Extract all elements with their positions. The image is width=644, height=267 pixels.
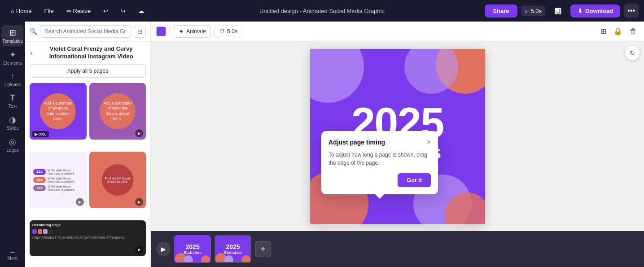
animate-icon: ✦: [179, 28, 184, 35]
chart-icon: 📊: [554, 8, 561, 14]
popup-body: To adjust how long a page is shown, drag…: [329, 151, 431, 167]
toolbar-strip: ✦ Animate ⏱ 5.0s ⊞ 🔒 🗑: [151, 22, 644, 41]
template-thumb-4[interactable]: Find the full report on our website. ▶: [89, 152, 146, 209]
sidebar-item-text[interactable]: T Text: [2, 91, 23, 111]
sidebar-item-logos[interactable]: ◎ Logos: [2, 134, 23, 155]
search-icon: 🔍: [30, 28, 37, 35]
more-icon: •••: [10, 250, 15, 255]
redo-button[interactable]: ↪: [115, 5, 131, 17]
undo-button[interactable]: ↩: [98, 5, 114, 17]
popup-footer: Got it: [329, 173, 431, 187]
got-it-button[interactable]: Got it: [398, 173, 431, 187]
timing-button[interactable]: ⏱ 5.0s: [215, 26, 242, 37]
share-button[interactable]: Share: [485, 4, 517, 18]
sidebar-item-styles[interactable]: ◑ Styles: [2, 112, 23, 133]
back-button[interactable]: ‹: [30, 48, 34, 58]
home-button[interactable]: ⌂ Home: [5, 5, 37, 17]
clock-icon: ⏱: [219, 28, 225, 35]
timing-popup: Adjust page timing × To adjust how long …: [321, 131, 438, 194]
cloud-save-button[interactable]: ☁: [133, 5, 149, 17]
download-button[interactable]: ⬇ Download: [570, 4, 620, 18]
template-name: Violet Coral Frenzy and Curvy Informatio…: [36, 45, 146, 61]
templates-panel: 🔍 ⊟ ‹ Violet Coral Frenzy and Curvy Info…: [25, 22, 151, 267]
redo-icon: ↪: [121, 8, 126, 14]
grid-icon: ⊞: [600, 27, 606, 35]
document-title: Untitled design - Animated Social Media …: [259, 8, 385, 14]
sidebar-item-elements[interactable]: ✦ Elements: [2, 47, 23, 68]
time-display: ▶ 5.0s: [521, 6, 546, 16]
animate-button[interactable]: ✦ Animate: [174, 25, 211, 38]
elements-icon: ✦: [9, 50, 16, 60]
play-icon: ▶: [161, 245, 166, 253]
lock-button[interactable]: 🔒: [612, 25, 624, 37]
thumb5-play: ▶: [135, 246, 143, 254]
position-button[interactable]: ⊞: [599, 25, 608, 37]
main-layout: ⊞ Templates ✦ Elements ↑ Uploads T Text …: [0, 22, 644, 267]
logos-icon: ◎: [9, 137, 16, 147]
undo-icon: ↩: [103, 8, 108, 14]
download-icon: ⬇: [578, 8, 583, 14]
stat-row-1: 123 Write what these numbers represent.: [33, 169, 83, 175]
canvas-workspace: 2025 Statistics THE ROMRIELL FOUNDATION …: [151, 41, 644, 231]
sidebar-icons: ⊞ Templates ✦ Elements ↑ Uploads T Text …: [0, 22, 25, 267]
tl-circles-2: [215, 253, 250, 262]
thumb3-play: ▶: [76, 198, 84, 206]
templates-search-bar: 🔍 ⊟: [25, 22, 150, 42]
template-thumb-1[interactable]: Add a summary of what the data is about …: [30, 83, 87, 140]
popup-close-button[interactable]: ×: [427, 138, 431, 146]
plus-icon: +: [260, 244, 266, 254]
refresh-icon: ↻: [630, 49, 635, 57]
text-icon: T: [10, 93, 15, 103]
topbar: ⌂ Home File ⇔ Resize ↩ ↪ ☁ Untitled desi…: [0, 0, 644, 22]
tl-circles: [175, 253, 210, 262]
timeline-page-2[interactable]: 2025 Statistics: [215, 235, 251, 263]
thumb5-swatches: [32, 229, 143, 234]
more-options-button[interactable]: •••: [624, 4, 639, 18]
template-thumb-3[interactable]: 123 Write what these numbers represent. …: [30, 152, 87, 209]
uploads-icon: ↑: [11, 72, 15, 81]
template-grid: Add a summary of what the data is about …: [25, 81, 150, 267]
stat-row-3: 345 Write what these numbers represent.: [33, 185, 83, 191]
add-page-button[interactable]: +: [255, 241, 271, 257]
file-button[interactable]: File: [39, 5, 59, 17]
sidebar-item-more[interactable]: ••• More: [2, 247, 23, 263]
popup-title: Adjust page timing: [329, 139, 385, 146]
thumb4-circle: Find the full report on our website.: [102, 164, 133, 196]
timeline-bar: ▶ 2025 Statistics 2025 Statistics: [151, 231, 644, 267]
sidebar-item-templates[interactable]: ⊞ Templates: [2, 25, 23, 46]
styles-icon: ◑: [9, 115, 16, 125]
refresh-button[interactable]: ↻: [625, 46, 640, 60]
apply-all-button[interactable]: Apply all 5 pages: [30, 64, 146, 78]
popup-arrow: [375, 194, 384, 199]
topbar-left: ⌂ Home File ⇔ Resize ↩ ↪ ☁: [5, 5, 149, 17]
thumb2-circle: Add a summary of what the data is about …: [100, 93, 136, 129]
trash-button[interactable]: 🗑: [628, 26, 639, 37]
template-thumb-2[interactable]: Add a summary of what the data is about …: [89, 83, 146, 140]
topbar-right: Share ▶ 5.0s 📊 ⬇ Download •••: [485, 4, 639, 18]
resize-button[interactable]: ⇔ Resize: [61, 5, 96, 17]
templates-icon: ⊞: [9, 28, 16, 38]
sidebar-item-uploads[interactable]: ↑ Uploads: [2, 69, 23, 90]
popup-header: Adjust page timing ×: [329, 138, 431, 146]
play-button[interactable]: ▶: [156, 242, 171, 256]
back-icon: ‹: [31, 49, 33, 57]
template-title-bar: ‹ Violet Coral Frenzy and Curvy Informat…: [25, 42, 150, 62]
toolbar-right-icons: ⊞ 🔒 🗑: [599, 25, 639, 37]
right-section: ✦ Animate ⏱ 5.0s ⊞ 🔒 🗑: [151, 22, 644, 267]
resize-icon: ⇔: [66, 8, 71, 14]
template-thumb-5[interactable]: Recoloring Page ONLY PRESENT TO SHARE YO…: [30, 220, 146, 256]
trash-icon: 🗑: [630, 27, 637, 35]
thumb1-timer: ▶ 0:00: [32, 131, 49, 137]
analytics-button[interactable]: 📊: [549, 5, 567, 17]
cloud-icon: ☁: [138, 8, 144, 14]
stat-row-2: 234 Write what these numbers represent.: [33, 177, 83, 183]
timeline-page-1[interactable]: 2025 Statistics: [174, 235, 211, 263]
divider-1: [170, 26, 170, 37]
filter-icon: ⊟: [137, 28, 142, 35]
color-picker[interactable]: [156, 26, 166, 36]
home-icon: ⌂: [11, 8, 14, 14]
filter-button[interactable]: ⊟: [134, 26, 146, 38]
lock-icon: 🔒: [613, 27, 622, 35]
search-input[interactable]: [40, 25, 131, 38]
thumb1-circle: Add a summary of what the data is about …: [40, 93, 76, 129]
